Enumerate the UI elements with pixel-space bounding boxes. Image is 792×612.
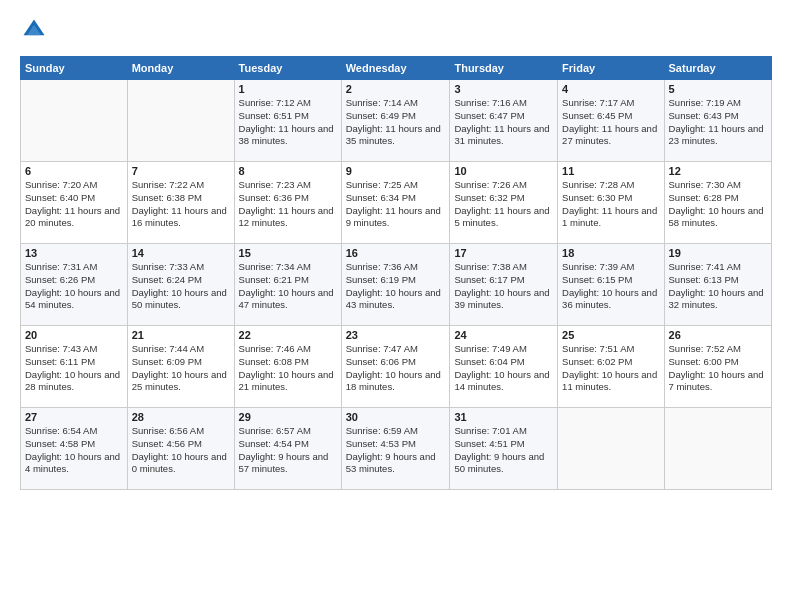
day-info: Sunrise: 7:23 AMSunset: 6:36 PMDaylight:… <box>239 179 337 230</box>
weekday-header-row: SundayMondayTuesdayWednesdayThursdayFrid… <box>21 57 772 80</box>
day-info: Sunrise: 7:33 AMSunset: 6:24 PMDaylight:… <box>132 261 230 312</box>
week-row-1: 1Sunrise: 7:12 AMSunset: 6:51 PMDaylight… <box>21 80 772 162</box>
day-cell: 15Sunrise: 7:34 AMSunset: 6:21 PMDayligh… <box>234 244 341 326</box>
day-number: 7 <box>132 165 230 177</box>
day-cell: 9Sunrise: 7:25 AMSunset: 6:34 PMDaylight… <box>341 162 450 244</box>
day-cell: 16Sunrise: 7:36 AMSunset: 6:19 PMDayligh… <box>341 244 450 326</box>
day-cell: 11Sunrise: 7:28 AMSunset: 6:30 PMDayligh… <box>558 162 664 244</box>
weekday-friday: Friday <box>558 57 664 80</box>
week-row-5: 27Sunrise: 6:54 AMSunset: 4:58 PMDayligh… <box>21 408 772 490</box>
day-cell <box>664 408 771 490</box>
day-number: 14 <box>132 247 230 259</box>
day-number: 22 <box>239 329 337 341</box>
day-cell: 2Sunrise: 7:14 AMSunset: 6:49 PMDaylight… <box>341 80 450 162</box>
day-cell: 14Sunrise: 7:33 AMSunset: 6:24 PMDayligh… <box>127 244 234 326</box>
week-row-2: 6Sunrise: 7:20 AMSunset: 6:40 PMDaylight… <box>21 162 772 244</box>
day-info: Sunrise: 7:31 AMSunset: 6:26 PMDaylight:… <box>25 261 123 312</box>
day-number: 28 <box>132 411 230 423</box>
day-info: Sunrise: 6:56 AMSunset: 4:56 PMDaylight:… <box>132 425 230 476</box>
week-row-4: 20Sunrise: 7:43 AMSunset: 6:11 PMDayligh… <box>21 326 772 408</box>
day-cell: 17Sunrise: 7:38 AMSunset: 6:17 PMDayligh… <box>450 244 558 326</box>
day-cell: 1Sunrise: 7:12 AMSunset: 6:51 PMDaylight… <box>234 80 341 162</box>
day-cell <box>21 80 128 162</box>
day-number: 3 <box>454 83 553 95</box>
day-cell: 21Sunrise: 7:44 AMSunset: 6:09 PMDayligh… <box>127 326 234 408</box>
day-cell: 31Sunrise: 7:01 AMSunset: 4:51 PMDayligh… <box>450 408 558 490</box>
day-number: 10 <box>454 165 553 177</box>
day-number: 19 <box>669 247 767 259</box>
day-info: Sunrise: 7:22 AMSunset: 6:38 PMDaylight:… <box>132 179 230 230</box>
day-number: 15 <box>239 247 337 259</box>
day-info: Sunrise: 7:12 AMSunset: 6:51 PMDaylight:… <box>239 97 337 148</box>
day-info: Sunrise: 7:46 AMSunset: 6:08 PMDaylight:… <box>239 343 337 394</box>
day-cell <box>127 80 234 162</box>
day-cell: 8Sunrise: 7:23 AMSunset: 6:36 PMDaylight… <box>234 162 341 244</box>
day-cell: 6Sunrise: 7:20 AMSunset: 6:40 PMDaylight… <box>21 162 128 244</box>
day-number: 21 <box>132 329 230 341</box>
day-cell: 19Sunrise: 7:41 AMSunset: 6:13 PMDayligh… <box>664 244 771 326</box>
day-info: Sunrise: 7:01 AMSunset: 4:51 PMDaylight:… <box>454 425 553 476</box>
day-info: Sunrise: 7:36 AMSunset: 6:19 PMDaylight:… <box>346 261 446 312</box>
day-number: 1 <box>239 83 337 95</box>
day-info: Sunrise: 7:39 AMSunset: 6:15 PMDaylight:… <box>562 261 659 312</box>
day-cell: 18Sunrise: 7:39 AMSunset: 6:15 PMDayligh… <box>558 244 664 326</box>
day-cell: 4Sunrise: 7:17 AMSunset: 6:45 PMDaylight… <box>558 80 664 162</box>
day-info: Sunrise: 7:30 AMSunset: 6:28 PMDaylight:… <box>669 179 767 230</box>
day-info: Sunrise: 7:26 AMSunset: 6:32 PMDaylight:… <box>454 179 553 230</box>
day-number: 25 <box>562 329 659 341</box>
day-number: 16 <box>346 247 446 259</box>
day-info: Sunrise: 7:43 AMSunset: 6:11 PMDaylight:… <box>25 343 123 394</box>
day-cell: 26Sunrise: 7:52 AMSunset: 6:00 PMDayligh… <box>664 326 771 408</box>
day-cell: 10Sunrise: 7:26 AMSunset: 6:32 PMDayligh… <box>450 162 558 244</box>
day-cell: 24Sunrise: 7:49 AMSunset: 6:04 PMDayligh… <box>450 326 558 408</box>
weekday-sunday: Sunday <box>21 57 128 80</box>
weekday-thursday: Thursday <box>450 57 558 80</box>
day-number: 24 <box>454 329 553 341</box>
day-number: 13 <box>25 247 123 259</box>
day-number: 27 <box>25 411 123 423</box>
weekday-wednesday: Wednesday <box>341 57 450 80</box>
day-info: Sunrise: 7:47 AMSunset: 6:06 PMDaylight:… <box>346 343 446 394</box>
day-number: 9 <box>346 165 446 177</box>
day-info: Sunrise: 7:25 AMSunset: 6:34 PMDaylight:… <box>346 179 446 230</box>
day-number: 31 <box>454 411 553 423</box>
day-cell: 22Sunrise: 7:46 AMSunset: 6:08 PMDayligh… <box>234 326 341 408</box>
day-number: 4 <box>562 83 659 95</box>
day-number: 12 <box>669 165 767 177</box>
weekday-saturday: Saturday <box>664 57 771 80</box>
day-cell: 20Sunrise: 7:43 AMSunset: 6:11 PMDayligh… <box>21 326 128 408</box>
day-cell: 30Sunrise: 6:59 AMSunset: 4:53 PMDayligh… <box>341 408 450 490</box>
weekday-monday: Monday <box>127 57 234 80</box>
day-number: 6 <box>25 165 123 177</box>
day-number: 8 <box>239 165 337 177</box>
day-number: 23 <box>346 329 446 341</box>
day-info: Sunrise: 7:16 AMSunset: 6:47 PMDaylight:… <box>454 97 553 148</box>
day-info: Sunrise: 7:34 AMSunset: 6:21 PMDaylight:… <box>239 261 337 312</box>
day-info: Sunrise: 7:38 AMSunset: 6:17 PMDaylight:… <box>454 261 553 312</box>
day-number: 29 <box>239 411 337 423</box>
day-info: Sunrise: 7:51 AMSunset: 6:02 PMDaylight:… <box>562 343 659 394</box>
day-cell: 5Sunrise: 7:19 AMSunset: 6:43 PMDaylight… <box>664 80 771 162</box>
day-info: Sunrise: 6:59 AMSunset: 4:53 PMDaylight:… <box>346 425 446 476</box>
day-cell: 25Sunrise: 7:51 AMSunset: 6:02 PMDayligh… <box>558 326 664 408</box>
day-info: Sunrise: 7:28 AMSunset: 6:30 PMDaylight:… <box>562 179 659 230</box>
day-info: Sunrise: 7:17 AMSunset: 6:45 PMDaylight:… <box>562 97 659 148</box>
day-cell: 29Sunrise: 6:57 AMSunset: 4:54 PMDayligh… <box>234 408 341 490</box>
day-cell: 27Sunrise: 6:54 AMSunset: 4:58 PMDayligh… <box>21 408 128 490</box>
page: SundayMondayTuesdayWednesdayThursdayFrid… <box>0 0 792 612</box>
day-info: Sunrise: 7:19 AMSunset: 6:43 PMDaylight:… <box>669 97 767 148</box>
day-number: 30 <box>346 411 446 423</box>
day-number: 17 <box>454 247 553 259</box>
day-info: Sunrise: 7:20 AMSunset: 6:40 PMDaylight:… <box>25 179 123 230</box>
day-number: 11 <box>562 165 659 177</box>
day-info: Sunrise: 7:49 AMSunset: 6:04 PMDaylight:… <box>454 343 553 394</box>
day-info: Sunrise: 7:52 AMSunset: 6:00 PMDaylight:… <box>669 343 767 394</box>
logo <box>20 16 52 44</box>
logo-icon <box>20 16 48 44</box>
week-row-3: 13Sunrise: 7:31 AMSunset: 6:26 PMDayligh… <box>21 244 772 326</box>
day-cell: 28Sunrise: 6:56 AMSunset: 4:56 PMDayligh… <box>127 408 234 490</box>
day-number: 2 <box>346 83 446 95</box>
weekday-tuesday: Tuesday <box>234 57 341 80</box>
day-number: 18 <box>562 247 659 259</box>
day-info: Sunrise: 7:14 AMSunset: 6:49 PMDaylight:… <box>346 97 446 148</box>
